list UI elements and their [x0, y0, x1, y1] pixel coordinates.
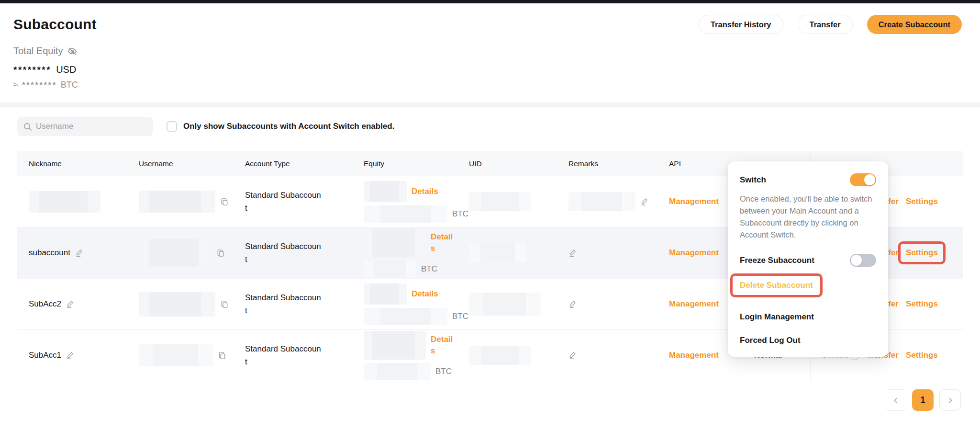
- total-equity-summary: Total Equity ******** USD ≈ ******** BTC: [13, 45, 962, 102]
- section-divider: [0, 102, 980, 107]
- api-management-link[interactable]: Management: [669, 197, 719, 206]
- copy-icon[interactable]: [218, 351, 227, 360]
- equity-details-link[interactable]: Details: [431, 334, 456, 357]
- redacted-uid: [469, 243, 526, 262]
- equity-details-link[interactable]: Details: [412, 289, 438, 299]
- redacted-uid: [469, 192, 531, 211]
- toggle-knob: [864, 174, 875, 185]
- header-actions: Transfer History Transfer Create Subacco…: [699, 15, 962, 34]
- account-type: Standard Subaccount: [245, 189, 322, 215]
- edit-nickname-icon[interactable]: [75, 249, 84, 257]
- search-icon: [23, 122, 32, 131]
- pagination-next-button[interactable]: [939, 389, 961, 411]
- col-header-nickname: Nickname: [17, 159, 127, 168]
- account-switch-filter-label: Only show Subaccounts with Account Switc…: [183, 122, 394, 131]
- equity-details-link[interactable]: Details: [431, 231, 456, 254]
- col-header-equity: Equity: [352, 159, 457, 168]
- account-type: Standard Subaccount: [245, 342, 322, 368]
- masked-usd-equity: ********: [13, 65, 51, 75]
- approx-symbol: ≈: [13, 80, 18, 90]
- pagination-prev-button[interactable]: [885, 389, 906, 411]
- redacted-username: [139, 292, 215, 317]
- btc-unit-label: BTC: [421, 264, 437, 274]
- api-management-link[interactable]: Management: [669, 351, 719, 360]
- settings-action-link-highlighted[interactable]: Settings: [906, 248, 938, 258]
- pagination: 1: [17, 389, 963, 411]
- menu-item-delete-subaccount[interactable]: Delete Subaccount: [740, 281, 813, 290]
- col-header-api: API: [657, 159, 735, 168]
- edit-nickname-icon[interactable]: [66, 300, 75, 308]
- total-equity-label: Total Equity: [13, 45, 63, 57]
- col-header-remarks: Remarks: [557, 159, 657, 168]
- redacted-equity-btc: [364, 363, 431, 380]
- api-management-link[interactable]: Management: [669, 299, 719, 309]
- col-header-uid: UID: [457, 159, 557, 168]
- transfer-history-button[interactable]: Transfer History: [699, 15, 783, 34]
- btc-unit: BTC: [61, 80, 78, 90]
- chevron-left-icon: [891, 396, 900, 405]
- menu-item-switch: Switch: [740, 175, 766, 185]
- redacted-username: [139, 344, 213, 366]
- copy-icon[interactable]: [216, 249, 225, 258]
- masked-btc-equity: ********: [22, 80, 57, 90]
- toggle-knob: [851, 255, 862, 266]
- nickname: subaccount: [29, 248, 70, 258]
- api-management-link[interactable]: Management: [669, 248, 719, 258]
- redacted-equity: [364, 228, 426, 257]
- redacted-nickname: [29, 191, 100, 213]
- redacted-uid: [469, 346, 531, 365]
- settings-action-link[interactable]: Settings: [906, 197, 938, 206]
- redacted-equity: [364, 181, 407, 202]
- menu-item-login-management[interactable]: Login Management: [740, 312, 814, 321]
- eye-off-icon[interactable]: [67, 46, 78, 57]
- nickname: SubAcc1: [29, 351, 61, 360]
- delete-subaccount-highlight: Delete Subaccount: [730, 273, 823, 297]
- window-top-bar: [0, 0, 980, 3]
- redacted-uid: [469, 293, 541, 316]
- edit-nickname-icon[interactable]: [66, 351, 75, 360]
- switch-description: Once enabled, you'll be able to switch b…: [740, 193, 876, 241]
- col-header-username: Username: [127, 159, 234, 168]
- settings-action-link[interactable]: Settings: [906, 351, 938, 360]
- col-header-account-type: Account Type: [234, 159, 352, 168]
- page-title: Subaccount: [13, 16, 97, 33]
- create-subaccount-button[interactable]: Create Subaccount: [867, 15, 962, 34]
- redacted-equity: [364, 283, 407, 305]
- subaccount-settings-menu: Switch Once enabled, you'll be able to s…: [728, 161, 888, 357]
- page-header: Subaccount Transfer History Transfer Cre…: [0, 3, 980, 102]
- search-input[interactable]: [36, 122, 147, 131]
- edit-remark-icon[interactable]: [640, 197, 649, 206]
- equity-details-link[interactable]: Details: [412, 187, 438, 196]
- transfer-button[interactable]: Transfer: [798, 15, 853, 34]
- btc-unit-label: BTC: [435, 367, 452, 376]
- account-type: Standard Subaccount: [245, 240, 322, 266]
- nickname: SubAcc2: [29, 299, 61, 309]
- redacted-equity-btc: [364, 261, 416, 278]
- redacted-equity: [364, 331, 426, 360]
- chevron-right-icon: [946, 396, 955, 405]
- redacted-remark: [568, 192, 635, 211]
- redacted-username: [139, 191, 215, 213]
- account-type: Standard Subaccount: [245, 291, 322, 317]
- menu-item-freeze-subaccount: Freeze Subaccount: [740, 256, 814, 265]
- edit-remark-icon[interactable]: [568, 300, 577, 308]
- redacted-equity-btc: [364, 205, 447, 223]
- pagination-page-1-button[interactable]: 1: [912, 389, 934, 411]
- redacted-username: [139, 239, 212, 267]
- copy-icon[interactable]: [220, 197, 229, 206]
- redacted-equity-btc: [364, 308, 447, 325]
- copy-icon[interactable]: [220, 300, 229, 309]
- freeze-subaccount-toggle[interactable]: [850, 254, 876, 267]
- edit-remark-icon[interactable]: [568, 249, 577, 257]
- account-switch-filter-checkbox[interactable]: [167, 121, 177, 132]
- settings-action-link[interactable]: Settings: [906, 299, 938, 309]
- usd-unit: USD: [56, 64, 76, 75]
- menu-item-forced-log-out[interactable]: Forced Log Out: [740, 336, 801, 345]
- switch-toggle[interactable]: [850, 173, 876, 186]
- edit-remark-icon[interactable]: [568, 351, 577, 360]
- username-search[interactable]: [17, 117, 153, 136]
